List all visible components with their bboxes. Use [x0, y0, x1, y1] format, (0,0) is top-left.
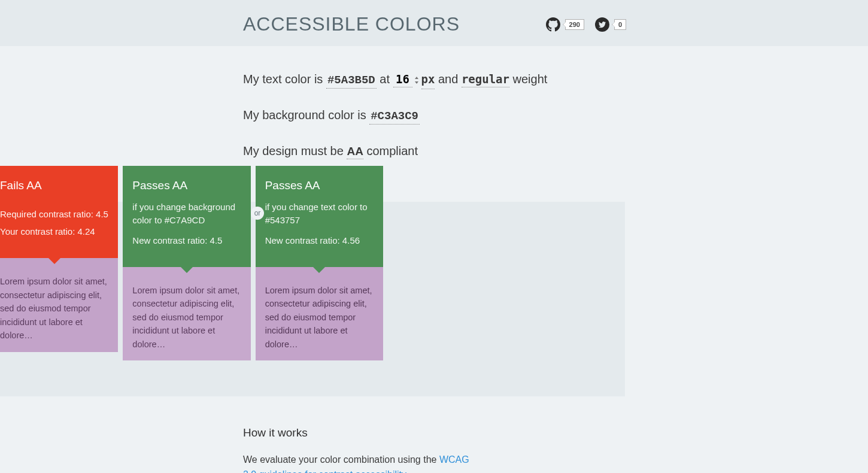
card-title: Fails AA [0, 179, 108, 192]
page-title: ACCESSIBLE COLORS [243, 13, 460, 35]
how-it-works: How it works We evaluate your color comb… [243, 426, 482, 473]
result-card-pass-bg: Passes AA if you change background color… [123, 166, 250, 360]
bg-color-sentence: My background color is #C3A3C9 [243, 106, 626, 125]
card-title: Passes AA [132, 179, 241, 192]
text-color-sentence: My text color is #5A3B5D at px and regul… [243, 70, 626, 89]
new-ratio: New contrast ratio: 4.56 [265, 235, 374, 245]
how-heading: How it works [243, 426, 482, 439]
sample-text: Lorem ipsum dolor sit amet, consectetur … [123, 267, 250, 360]
card-title: Passes AA [265, 179, 374, 192]
your-ratio: Your contrast ratio: 4.24 [0, 226, 108, 236]
twitter-count: 0 [614, 19, 626, 30]
compliance-sentence: My design must be AA compliant [243, 142, 626, 160]
result-card-fail: Fails AA Required contrast ratio: 4.5 Yo… [0, 166, 118, 360]
github-count: 290 [565, 19, 584, 30]
new-ratio: New contrast ratio: 4.5 [132, 235, 241, 245]
compliance-level-select[interactable]: AA [347, 145, 363, 159]
card-suggestion: if you change text color to #543757 [265, 201, 374, 227]
sample-text: Lorem ipsum dolor sit amet, consectetur … [0, 258, 118, 351]
github-link[interactable]: 290 [546, 17, 584, 32]
social-links: 290 0 [546, 17, 626, 32]
bg-color-input[interactable]: #C3A3C9 [369, 110, 420, 125]
github-icon [546, 17, 560, 32]
text-color-input[interactable]: #5A3B5D [326, 74, 377, 89]
unit-select[interactable]: px [421, 71, 435, 90]
twitter-link[interactable]: 0 [595, 17, 626, 32]
card-suggestion: if you change background color to #C7A9C… [132, 201, 241, 227]
required-ratio: Required contrast ratio: 4.5 [0, 209, 108, 219]
font-size-input[interactable] [393, 72, 412, 87]
or-separator: or [251, 207, 264, 220]
weight-select[interactable]: regular [462, 72, 509, 87]
size-stepper[interactable] [414, 77, 420, 84]
result-card-pass-text: Passes AA if you change text color to #5… [256, 166, 383, 360]
header: ACCESSIBLE COLORS 290 0 [0, 0, 868, 46]
twitter-icon [595, 17, 609, 32]
sample-text: Lorem ipsum dolor sit amet, consectetur … [256, 267, 383, 360]
